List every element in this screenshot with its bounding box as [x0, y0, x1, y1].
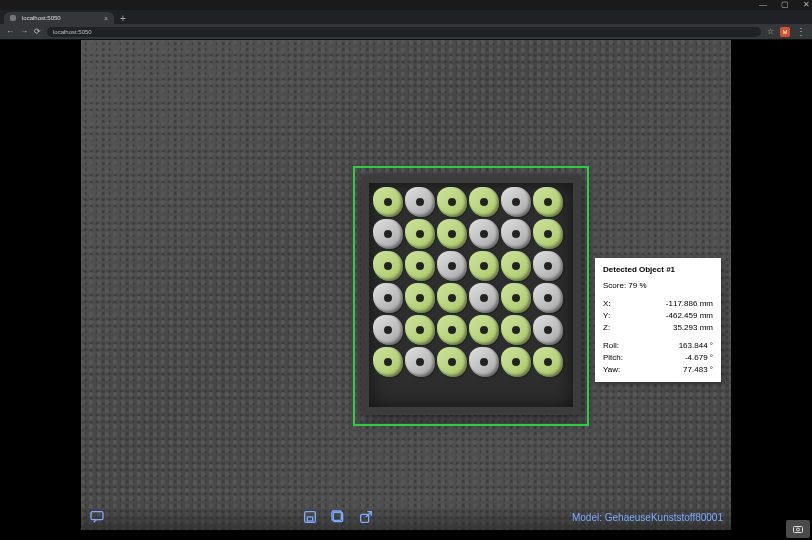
detected-part: [533, 283, 563, 313]
detected-part: [405, 219, 435, 249]
detected-part: [437, 187, 467, 217]
detected-part: [437, 347, 467, 377]
address-bar-text: localhost:5050: [53, 29, 92, 35]
browser-menu-button[interactable]: ⋮: [796, 27, 806, 37]
detected-part: [437, 251, 467, 281]
tab-favicon: [10, 15, 16, 21]
detected-part: [373, 283, 403, 313]
back-button[interactable]: ←: [6, 27, 14, 36]
svg-point-7: [797, 528, 800, 531]
detected-part: [405, 251, 435, 281]
capture-button[interactable]: [302, 509, 318, 525]
detected-part: [405, 187, 435, 217]
detected-part: [533, 347, 563, 377]
svg-rect-6: [794, 527, 803, 533]
detected-part: [469, 347, 499, 377]
forward-button[interactable]: →: [20, 27, 28, 36]
detected-part: [533, 251, 563, 281]
detected-part: [533, 219, 563, 249]
detected-part: [469, 315, 499, 345]
profile-avatar[interactable]: M: [780, 27, 790, 37]
detected-part: [469, 283, 499, 313]
browser-tab[interactable]: localhost:5050 ×: [4, 12, 114, 24]
detected-part: [469, 187, 499, 217]
maximize-button[interactable]: ▢: [781, 1, 789, 9]
gallery-button[interactable]: [330, 509, 346, 525]
detected-part: [469, 251, 499, 281]
detected-part: [373, 219, 403, 249]
info-row: Yaw:77.483 °: [603, 364, 713, 376]
detection-info-panel: Detected Object #1 Score: 79 % X:-117.88…: [595, 258, 721, 382]
detected-part: [437, 219, 467, 249]
info-row: Z:35.293 mm: [603, 322, 713, 334]
detected-part: [501, 187, 531, 217]
reload-button[interactable]: ⟳: [34, 27, 41, 36]
bottom-bar: Model: GehaeuseKunststoff80001: [81, 504, 731, 530]
detected-part: [373, 251, 403, 281]
close-window-button[interactable]: ✕: [803, 1, 810, 9]
detected-part: [437, 315, 467, 345]
detected-part: [373, 347, 403, 377]
detected-part: [501, 219, 531, 249]
info-header: Detected Object #1: [603, 264, 713, 276]
detected-part: [501, 315, 531, 345]
detected-part: [533, 187, 563, 217]
bookmark-star-icon[interactable]: ☆: [767, 27, 774, 36]
detected-part: [373, 187, 403, 217]
tab-close-button[interactable]: ×: [104, 15, 108, 22]
app-viewport: Detected Object #1 Score: 79 % X:-117.88…: [0, 40, 812, 540]
info-row: X:-117.886 mm: [603, 298, 713, 310]
parts-bin: [361, 175, 581, 415]
tab-title: localhost:5050: [22, 15, 98, 21]
chat-icon[interactable]: [89, 509, 105, 525]
corner-badge: [786, 520, 810, 538]
camera-feed: Detected Object #1 Score: 79 % X:-117.88…: [81, 40, 731, 530]
detected-part: [437, 283, 467, 313]
minimize-button[interactable]: —: [759, 1, 767, 9]
detected-part: [501, 251, 531, 281]
detected-part: [533, 315, 563, 345]
detected-part: [405, 315, 435, 345]
svg-rect-2: [308, 517, 313, 521]
detected-part: [501, 347, 531, 377]
info-row: Roll:163.844 °: [603, 340, 713, 352]
tab-strip: localhost:5050 × +: [0, 10, 812, 24]
export-button[interactable]: [358, 509, 374, 525]
model-label: Model: GehaeuseKunststoff80001: [572, 512, 723, 523]
info-score: Score: 79 %: [603, 280, 713, 292]
detected-part: [469, 219, 499, 249]
detected-part: [373, 315, 403, 345]
new-tab-button[interactable]: +: [120, 13, 126, 24]
detected-part: [501, 283, 531, 313]
info-row: Pitch:-4.679 °: [603, 352, 713, 364]
browser-toolbar: ← → ⟳ localhost:5050 ☆ M ⋮: [0, 24, 812, 40]
window-titlebar: — ▢ ✕: [0, 0, 812, 10]
address-bar[interactable]: localhost:5050: [47, 27, 761, 37]
detected-part: [405, 283, 435, 313]
svg-rect-0: [91, 512, 103, 520]
info-row: Y:-462.459 mm: [603, 310, 713, 322]
detected-part: [405, 347, 435, 377]
